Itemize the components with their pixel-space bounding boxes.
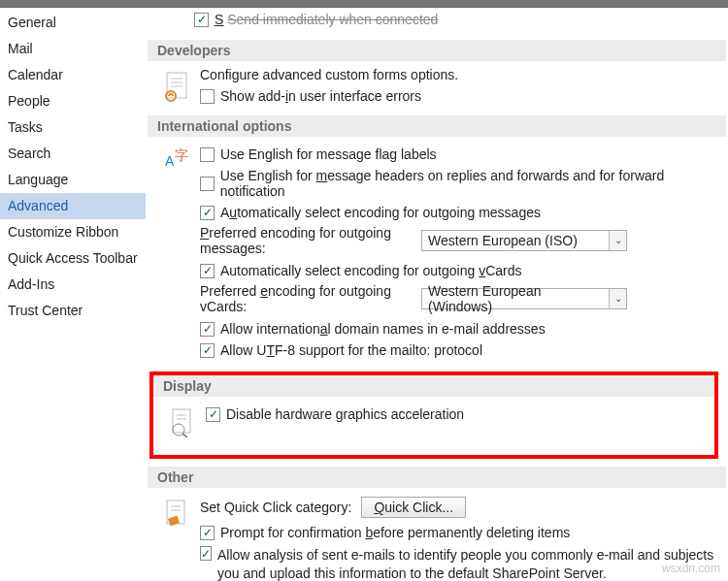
title-bar: [0, 0, 728, 8]
pref-vcards-label: Preferred encoding for outgoing vCards:: [200, 283, 412, 314]
chevron-down-icon[interactable]: ⌄: [609, 289, 626, 308]
checkbox-show-addin-errors[interactable]: [200, 89, 215, 104]
checkbox-auto-encoding-outgoing[interactable]: [200, 206, 215, 220]
pref-outgoing-value: Western European (ISO): [422, 233, 609, 248]
auto-vcards-label: Automatically select encoding for outgoi…: [220, 263, 522, 278]
sidebar-item-customize-ribbon[interactable]: Customize Ribbon: [0, 219, 146, 245]
developers-desc: Configure advanced custom forms options.: [200, 67, 458, 82]
sidebar-item-people[interactable]: People: [0, 88, 146, 114]
sidebar-item-tasks[interactable]: Tasks: [0, 114, 146, 141]
pref-vcards-dropdown[interactable]: Western European (Windows) ⌄: [421, 288, 627, 309]
send-immediately-label: Send immediately when connected: [227, 12, 438, 27]
sidebar-item-search[interactable]: Search: [0, 141, 146, 167]
english-headers-label: Use English for message headers on repli…: [220, 168, 722, 199]
checkbox-disable-hw-accel[interactable]: [206, 407, 220, 422]
show-addin-label: Show add-in user interface errors: [220, 88, 421, 104]
disable-hw-label: Disable hardware graphics acceleration: [226, 406, 464, 422]
checkbox-allow-analysis[interactable]: [200, 546, 212, 561]
quick-click-button[interactable]: Quick Click...: [361, 497, 466, 518]
checkbox-english-flag[interactable]: [200, 147, 215, 162]
chevron-down-icon[interactable]: ⌄: [609, 231, 626, 250]
sidebar-item-quick-access-toolbar[interactable]: Quick Access Toolbar: [0, 245, 146, 272]
sidebar-item-mail[interactable]: Mail: [0, 36, 146, 62]
english-flag-label: Use English for message flag labels: [220, 146, 437, 162]
checkbox-utf8-mailto[interactable]: [200, 343, 215, 358]
forms-icon: [161, 71, 192, 102]
intl-domain-label: Allow international domain names in e-ma…: [220, 321, 546, 337]
checkbox-auto-encoding-vcards[interactable]: [200, 264, 215, 278]
options-content: S Send immediately when connected Develo…: [146, 8, 728, 581]
auto-outgoing-label: Automatically select encoding for outgoi…: [220, 205, 541, 220]
sidebar-item-add-ins[interactable]: Add-Ins: [0, 272, 146, 298]
sidebar-item-calendar[interactable]: Calendar: [0, 62, 146, 88]
sidebar-item-advanced[interactable]: Advanced: [0, 193, 146, 219]
quick-click-label: Set Quick Click category:: [200, 500, 351, 515]
checkbox-english-headers[interactable]: [200, 177, 215, 191]
checkbox-prompt-delete[interactable]: [200, 526, 215, 540]
group-header-international: International options: [148, 115, 726, 137]
group-header-other: Other: [148, 467, 726, 488]
sidebar-item-general[interactable]: General: [0, 10, 146, 36]
pref-outgoing-dropdown[interactable]: Western European (ISO) ⌄: [421, 230, 627, 251]
sidebar-item-language[interactable]: Language: [0, 167, 146, 193]
category-sidebar: General Mail Calendar People Tasks Searc…: [0, 8, 146, 581]
pref-outgoing-label: Preferred encoding for outgoing messages…: [200, 225, 412, 256]
svg-text:A: A: [165, 153, 175, 169]
allow-analysis-label: Allow analysis of sent e-mails to identi…: [217, 546, 722, 581]
display-icon: [167, 406, 198, 437]
group-header-developers: Developers: [148, 40, 726, 61]
checkbox-intl-domain[interactable]: [200, 322, 215, 337]
checkbox-send-immediately[interactable]: [194, 13, 209, 27]
international-icon: A字: [161, 146, 192, 178]
display-highlight-box: Display Disable hardware graphics accele…: [149, 371, 718, 459]
svg-text:字: 字: [175, 147, 188, 163]
utf8-mailto-label: Allow UTF-8 support for the mailto: prot…: [220, 342, 482, 358]
category-icon: [161, 498, 192, 529]
sidebar-item-trust-center[interactable]: Trust Center: [0, 298, 146, 324]
prompt-delete-label: Prompt for confirmation before permanent…: [220, 525, 570, 540]
svg-line-11: [182, 434, 187, 437]
group-header-display: Display: [153, 375, 714, 397]
svg-rect-7: [173, 409, 190, 433]
pref-vcards-value: Western European (Windows): [422, 283, 609, 314]
